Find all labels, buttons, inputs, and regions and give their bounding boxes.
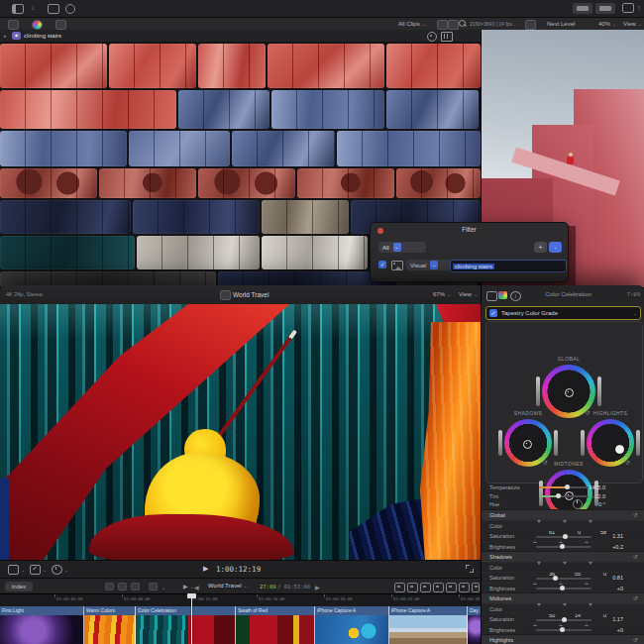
clip-appearance-icon[interactable]	[32, 20, 43, 30]
row-slider[interactable]	[536, 629, 591, 631]
camera-icon[interactable]	[437, 20, 448, 30]
collection-name-label[interactable]: climbing stairs	[24, 33, 61, 39]
timeline-clip[interactable]: Day 16	[467, 606, 482, 644]
timeline-ruler[interactable]: 01:00:04:0001:00:08:0001:00:12:0001:00:1…	[0, 593, 481, 607]
timeline-clip[interactable]: iPhone Capture A	[388, 606, 468, 644]
clip-thumbnail[interactable]	[178, 90, 269, 129]
disclosure-triangle-icon[interactable]: ▸	[4, 33, 7, 39]
marker-tool-icon[interactable]	[105, 583, 114, 590]
clip-appearance-icon[interactable]	[446, 583, 457, 592]
clip-thumbnail[interactable]	[0, 131, 127, 166]
sidebar-toggle-icon[interactable]	[12, 4, 24, 14]
filter-rule-menu-button[interactable]: ⌄	[549, 242, 562, 253]
timeline-clip[interactable]: iPhone Capture A	[314, 606, 389, 644]
timeline-clip[interactable]: Warm Colors	[83, 606, 136, 644]
slider-thumb[interactable]	[560, 586, 565, 590]
effect-enabled-checkbox[interactable]: ✓	[489, 309, 497, 317]
viewer-view-dropdown[interactable]: View⌄	[459, 291, 478, 297]
clip-thumbnail[interactable]	[0, 44, 107, 88]
row-value[interactable]: 1.17	[588, 616, 623, 622]
retime-tool-icon[interactable]	[52, 565, 62, 575]
filmstrip-toggle-icon[interactable]	[441, 32, 453, 42]
clip-thumbnail[interactable]	[0, 90, 176, 129]
row-slider[interactable]	[536, 619, 591, 621]
filter-settings-icon[interactable]	[427, 32, 437, 42]
favorite-tool-icon[interactable]	[131, 583, 140, 590]
clip-thumbnail[interactable]	[109, 44, 196, 88]
row-value[interactable]: +0	[588, 627, 623, 633]
keyword-editor-icon[interactable]	[48, 4, 59, 14]
import-media-icon[interactable]: ↓	[31, 3, 35, 13]
solo-icon[interactable]	[433, 583, 444, 592]
slider-thumb[interactable]	[560, 627, 565, 632]
share-icon[interactable]: ↓	[637, 3, 641, 13]
play-icon[interactable]: ▶	[203, 565, 208, 573]
clip-thumbnail[interactable]	[198, 168, 295, 198]
snapshot-icon[interactable]	[525, 20, 536, 30]
filter-query-input[interactable]: climbing stairs	[450, 260, 567, 272]
row-value[interactable]: 0.81	[588, 575, 623, 581]
row-slider[interactable]	[536, 546, 591, 548]
wheel-side-slider[interactable]	[554, 430, 558, 456]
keyword-tool-icon[interactable]	[118, 583, 127, 590]
filmstrip-view-icon[interactable]	[55, 20, 66, 30]
clip-thumbnail[interactable]	[99, 168, 196, 198]
clip-thumbnail[interactable]	[337, 131, 481, 166]
all-clips-dropdown[interactable]: All Clips⌄	[398, 21, 426, 27]
previous-icon[interactable]: ◀	[194, 584, 199, 590]
param-value[interactable]: 6465.0	[551, 484, 605, 490]
wheel-side-slider[interactable]	[536, 376, 540, 406]
inspector-toggle-icon[interactable]	[622, 3, 634, 13]
timeline-toggle-button[interactable]	[595, 3, 615, 14]
color-wheel-puck[interactable]	[565, 388, 574, 397]
row-value[interactable]: +0	[588, 586, 623, 591]
effect-dropdown[interactable]: ✓ Tapestry Color Grade ⌄	[485, 306, 641, 320]
info-inspector-icon[interactable]: i	[510, 291, 521, 301]
index-button[interactable]: Index	[5, 582, 33, 591]
row-value[interactable]: +0.2	[588, 544, 623, 550]
skimming-icon[interactable]	[407, 583, 418, 592]
rule-enabled-checkbox[interactable]: ✓	[378, 261, 386, 268]
snapping-icon[interactable]	[394, 583, 405, 592]
slider-thumb[interactable]	[562, 617, 567, 622]
row-value[interactable]: 1.31	[588, 533, 623, 539]
timeline-clip[interactable]: Color Celebration	[135, 606, 236, 644]
clip-thumbnail[interactable]	[198, 44, 266, 88]
reset-icon[interactable]: ↺	[633, 511, 638, 518]
reset-icon[interactable]: ↺	[625, 459, 630, 466]
search-icon[interactable]	[459, 20, 467, 28]
next-icon[interactable]: ▶	[315, 584, 320, 590]
video-inspector-icon[interactable]	[486, 291, 497, 301]
crop-tool-icon[interactable]	[8, 565, 19, 575]
clip-thumbnail[interactable]	[133, 200, 260, 234]
clip-thumbnail[interactable]	[271, 90, 384, 129]
reset-icon[interactable]: ↺	[633, 553, 638, 560]
viewer-zoom-dropdown[interactable]: 67%⌄	[433, 291, 451, 297]
project-name-label[interactable]: World Travel	[233, 291, 268, 298]
clip-thumbnail[interactable]	[0, 200, 131, 234]
grid-view-icon[interactable]	[448, 20, 459, 30]
slider-thumb[interactable]	[560, 544, 565, 549]
clip-thumbnail[interactable]	[396, 168, 481, 198]
library-name-label[interactable]: Next Level	[547, 21, 575, 27]
clip-thumbnail[interactable]	[297, 168, 394, 198]
media-rep-icon[interactable]	[8, 20, 19, 30]
slider-thumb[interactable]	[553, 576, 558, 581]
color-inspector-icon[interactable]	[498, 291, 507, 299]
clip-thumbnail[interactable]	[232, 131, 335, 166]
param-value[interactable]: 0 °	[551, 501, 605, 507]
browser-toggle-button[interactable]	[573, 3, 592, 14]
clip-thumbnail[interactable]	[268, 44, 384, 88]
slider-thumb[interactable]	[563, 534, 568, 539]
param-value[interactable]: -12.0	[551, 493, 605, 499]
fullscreen-icon[interactable]	[466, 565, 474, 573]
clip-thumbnail[interactable]	[262, 236, 368, 269]
browser-zoom-dropdown[interactable]: 40%⌄	[598, 21, 616, 27]
clip-thumbnail[interactable]	[129, 131, 230, 166]
add-filter-rule-button[interactable]: +	[534, 242, 547, 253]
background-tasks-icon[interactable]	[65, 4, 75, 14]
tools-dropdown[interactable]: ▶⌄	[183, 583, 194, 590]
resize-icon[interactable]	[472, 583, 480, 592]
row-slider[interactable]	[536, 578, 591, 580]
clip-menu-icon[interactable]	[149, 583, 158, 590]
